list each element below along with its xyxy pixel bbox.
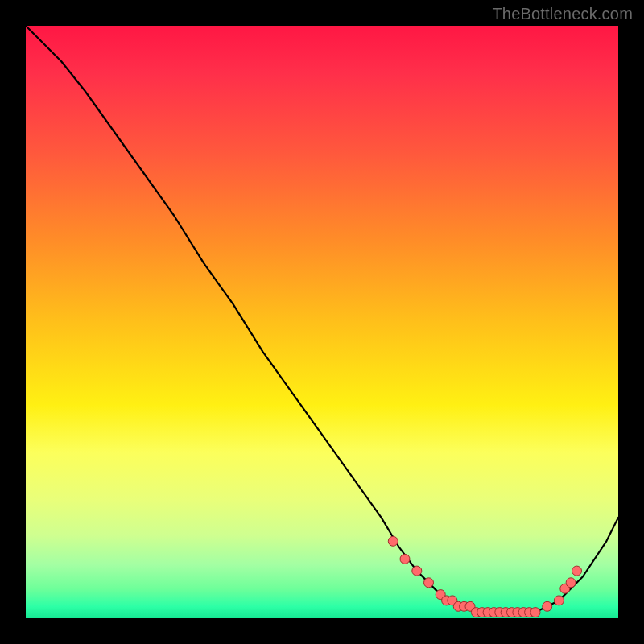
chart-container: TheBottleneck.com <box>0 0 644 644</box>
bottleneck-curve <box>26 26 618 613</box>
marker-point <box>566 578 576 588</box>
watermark-label: TheBottleneck.com <box>492 5 633 23</box>
marker-point <box>543 601 552 611</box>
marker-point <box>412 566 422 576</box>
chart-svg <box>26 26 618 618</box>
marker-point <box>424 578 434 588</box>
marker-point <box>388 536 398 546</box>
marker-point <box>530 608 540 617</box>
plot-area <box>26 26 618 618</box>
marker-point <box>572 566 582 576</box>
marker-point <box>554 596 564 605</box>
marker-point <box>400 554 410 564</box>
marker-points <box>388 536 581 617</box>
